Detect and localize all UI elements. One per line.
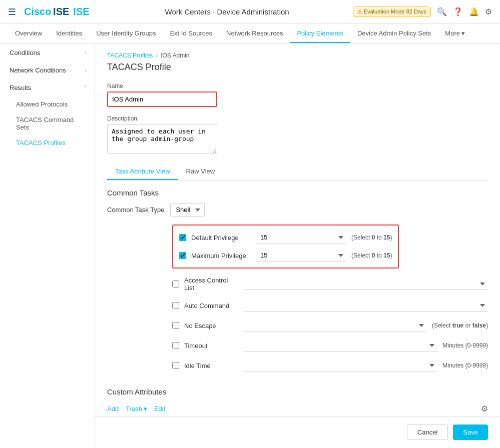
- tab-ext-id-sources[interactable]: Ext Id Sources: [163, 24, 219, 43]
- sidebar-item-results[interactable]: Results ˅: [0, 79, 95, 96]
- idle-time-row: Idle Time Minutes (0-9999): [172, 356, 488, 376]
- other-task-rows: Access Control List Auto Command No Esca…: [172, 272, 488, 376]
- idle-time-hint: Minutes (0-9999): [442, 362, 488, 369]
- idle-time-label: Idle Time: [184, 362, 239, 370]
- view-tabs: Task Attribute View Raw View: [107, 164, 488, 180]
- cisco-logo: Cisco ISE: [24, 6, 69, 18]
- nav-tabs: Overview Identities User Identity Groups…: [0, 24, 500, 44]
- page-title: TACACS Profile: [107, 62, 488, 72]
- trash-button[interactable]: Trash ▾: [126, 405, 147, 412]
- sidebar-results-label: Results: [10, 84, 31, 92]
- tab-raw-view[interactable]: Raw View: [178, 164, 223, 180]
- custom-attrs-toolbar: Add Trash ▾ Edit ⚙: [107, 404, 488, 414]
- common-task-type-row: Common Task Type Shell: [107, 203, 488, 216]
- tab-policy-elements[interactable]: Policy Elements: [290, 24, 350, 43]
- default-privilege-checkbox[interactable]: [179, 234, 186, 241]
- topbar-title: Work Centers · Device Administration: [102, 8, 353, 16]
- auto-command-row: Auto Command: [172, 296, 488, 316]
- gear-icon[interactable]: ⚙: [481, 404, 488, 414]
- settings-icon[interactable]: ⚙: [485, 7, 492, 16]
- tab-identities[interactable]: Identities: [49, 24, 89, 43]
- default-privilege-row: Default Privilege 15 0123456789101112131…: [179, 228, 392, 246]
- auto-command-label: Auto Command: [184, 302, 239, 310]
- default-privilege-range: (Select 0 to 15): [351, 234, 392, 241]
- no-escape-checkbox[interactable]: [172, 322, 179, 329]
- common-tasks-title: Common Tasks: [107, 188, 488, 197]
- edit-button[interactable]: Edit: [154, 405, 165, 412]
- timeout-select[interactable]: [244, 340, 437, 352]
- page-footer: Cancel Save: [95, 416, 500, 448]
- tab-user-identity-groups[interactable]: User Identity Groups: [89, 24, 163, 43]
- chevron-down-icon: ˅: [84, 85, 87, 90]
- no-escape-label: No Escape: [184, 322, 239, 330]
- logo-ise-label: ISE: [73, 6, 89, 18]
- auto-command-select[interactable]: [244, 300, 488, 312]
- save-button[interactable]: Save: [453, 424, 488, 440]
- breadcrumb-parent[interactable]: TACACS Profiles: [107, 52, 153, 59]
- timeout-row: Timeout Minutes (0-9999): [172, 336, 488, 356]
- logo-cisco-text: Cisco: [24, 6, 51, 17]
- tab-task-attribute-view[interactable]: Task Attribute View: [107, 164, 178, 180]
- search-icon[interactable]: 🔍: [437, 7, 447, 16]
- sidebar-allowed-protocols[interactable]: Allowed Protocols: [8, 96, 95, 112]
- breadcrumb-current: IOS Admin: [161, 52, 189, 59]
- task-type-select[interactable]: Shell: [170, 203, 205, 216]
- main-content: TACACS Profiles › IOS Admin TACACS Profi…: [95, 44, 500, 448]
- default-privilege-label: Default Privilege: [191, 234, 251, 242]
- access-control-list-select[interactable]: [244, 278, 488, 290]
- eval-badge: ⚠ Evaluation Mode 82 Days: [353, 6, 431, 17]
- breadcrumb: TACACS Profiles › IOS Admin: [107, 52, 488, 59]
- idle-time-select[interactable]: [244, 360, 437, 372]
- sidebar: Conditions › Network Conditions › Result…: [0, 44, 95, 448]
- name-input[interactable]: [107, 92, 217, 107]
- access-control-list-label: Access Control List: [184, 276, 239, 292]
- maximum-privilege-label: Maximum Privilege: [191, 252, 251, 260]
- sidebar-network-conditions-label: Network Conditions: [10, 66, 66, 74]
- sidebar-item-network-conditions[interactable]: Network Conditions ›: [0, 62, 95, 79]
- no-escape-hint: (Select true or false): [432, 322, 488, 329]
- tab-network-resources[interactable]: Network Resources: [219, 24, 290, 43]
- add-button[interactable]: Add: [107, 405, 119, 412]
- description-label: Description: [107, 115, 488, 122]
- sidebar-results-sub: Allowed Protocols TACACS Command Sets TA…: [0, 96, 95, 150]
- maximum-privilege-row: Maximum Privilege 15 0123456789101112131…: [179, 246, 392, 264]
- no-escape-row: No Escape (Select true or false): [172, 316, 488, 336]
- idle-time-checkbox[interactable]: [172, 362, 179, 369]
- description-textarea[interactable]: Assigned to each user in the group admin…: [107, 124, 217, 154]
- privilege-box: Default Privilege 15 0123456789101112131…: [172, 224, 488, 268]
- access-control-list-row: Access Control List: [172, 272, 488, 296]
- breadcrumb-separator: ›: [156, 52, 158, 59]
- common-task-type-label: Common Task Type: [107, 206, 164, 214]
- timeout-label: Timeout: [184, 342, 239, 350]
- help-icon[interactable]: ❓: [453, 7, 463, 16]
- maximum-privilege-checkbox[interactable]: [179, 252, 186, 259]
- topbar: ☰ Cisco ISE ISE Work Centers · Device Ad…: [0, 0, 500, 24]
- notifications-icon[interactable]: 🔔: [469, 7, 479, 16]
- logo-area: ☰ Cisco ISE ISE: [8, 6, 90, 18]
- sidebar-tacacs-profiles[interactable]: TACACS Profiles: [8, 135, 95, 150]
- cancel-button[interactable]: Cancel: [407, 424, 448, 440]
- sidebar-item-conditions[interactable]: Conditions ›: [0, 44, 95, 62]
- no-escape-select[interactable]: [244, 320, 427, 332]
- chevron-right-icon: ›: [85, 50, 87, 56]
- name-label: Name: [107, 82, 488, 90]
- custom-attributes-title: Custom Attributes: [107, 388, 488, 396]
- hamburger-menu[interactable]: ☰: [8, 6, 16, 18]
- tab-device-admin-policy-sets[interactable]: Device Admin Policy Sets: [350, 24, 438, 43]
- description-form-group: Description Assigned to each user in the…: [107, 115, 488, 156]
- timeout-hint: Minutes (0-9999): [442, 342, 488, 349]
- sidebar-tacacs-command-sets[interactable]: TACACS Command Sets: [8, 112, 95, 135]
- maximum-privilege-range: (Select 0 to 15): [351, 252, 392, 259]
- chevron-right-icon-2: ›: [85, 68, 87, 73]
- name-form-group: Name: [107, 82, 488, 107]
- timeout-checkbox[interactable]: [172, 342, 179, 349]
- maximum-privilege-select[interactable]: 15 01234567891011121314: [256, 250, 346, 262]
- trash-label: Trash: [126, 405, 142, 412]
- layout: Conditions › Network Conditions › Result…: [0, 44, 500, 448]
- access-control-list-checkbox[interactable]: [172, 280, 179, 288]
- auto-command-checkbox[interactable]: [172, 302, 179, 309]
- tab-overview[interactable]: Overview: [8, 24, 49, 43]
- default-privilege-select[interactable]: 15 01234567891011121314: [256, 232, 346, 244]
- tab-more[interactable]: More ▾: [438, 24, 472, 43]
- sidebar-conditions-label: Conditions: [10, 49, 40, 56]
